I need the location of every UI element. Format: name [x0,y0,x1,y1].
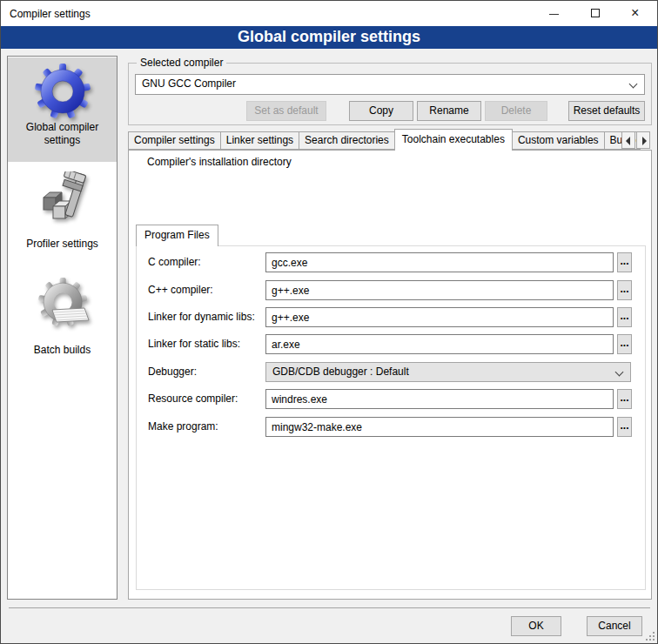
resource-compiler-input[interactable] [265,389,614,409]
tab-custom-variables[interactable]: Custom variables [512,131,605,150]
delete-button[interactable]: Delete [485,101,547,121]
static-linker-row: Linker for static libs: ... [137,334,645,355]
page-title: Global compiler settings [1,26,657,49]
cpp-compiler-label: C++ compiler: [148,284,213,296]
installation-directory-legend: Compiler's installation directory [144,156,295,168]
cpp-compiler-row: C++ compiler: ... [137,280,645,301]
close-icon: × [631,4,639,22]
debugger-select[interactable]: GDB/CDB debugger : Default [265,362,631,382]
close-button[interactable]: × [616,1,657,26]
make-program-browse-button[interactable]: ... [617,417,632,437]
gear-blue-icon [35,64,91,119]
caliper-icon [35,171,91,227]
cancel-button[interactable]: Cancel [587,616,642,636]
ok-button[interactable]: OK [511,616,561,636]
cpp-compiler-input[interactable] [265,280,614,300]
settings-category-list: Global compiler settings [7,56,118,600]
arrow-left-icon [626,137,630,145]
debugger-select-value: GDB/CDB debugger : Default [272,366,409,378]
dynamic-linker-label: Linker for dynamic libs: [148,311,255,323]
footer-divider [9,607,650,608]
c-compiler-input[interactable] [265,252,614,272]
titlebar: Compiler settings × [1,1,657,26]
tab-program-files[interactable]: Program Files [136,225,218,246]
minimize-icon [549,14,559,15]
tab-compiler-settings[interactable]: Compiler settings [128,131,221,150]
dynamic-linker-input[interactable] [265,307,614,327]
resource-compiler-row: Resource compiler: ... [137,389,645,410]
window-title: Compiler settings [10,8,91,20]
make-program-row: Make program: ... [137,417,645,438]
compiler-select-value: GNU GCC Compiler [142,77,236,90]
debugger-label: Debugger: [148,366,197,378]
tab-search-directories[interactable]: Search directories [299,131,395,150]
resource-compiler-browse-button[interactable]: ... [617,389,632,409]
dynamic-linker-row: Linker for dynamic libs: ... [137,307,645,328]
set-as-default-button[interactable]: Set as default [246,101,326,121]
static-linker-label: Linker for static libs: [148,338,240,350]
program-files-panel: C compiler: ... C++ compiler: ... Linker… [136,245,646,590]
compiler-select[interactable]: GNU GCC Compiler [135,74,645,95]
tab-scroll-right-button[interactable] [636,131,650,149]
c-compiler-row: C compiler: ... [137,252,645,273]
make-program-input[interactable] [265,417,614,437]
tab-toolchain-executables[interactable]: Toolchain executables [394,129,513,151]
chevron-down-icon [629,80,638,89]
make-program-label: Make program: [148,420,218,433]
static-linker-input[interactable] [265,334,614,354]
compiler-settings-window: Compiler settings × Global compiler sett… [0,0,658,644]
minimize-button[interactable] [534,1,574,26]
debugger-row: Debugger: GDB/CDB debugger : Default [137,362,645,383]
maximize-icon [591,9,600,17]
copy-button[interactable]: Copy [349,101,413,121]
static-linker-browse-button[interactable]: ... [617,334,632,354]
c-compiler-label: C compiler: [148,256,201,268]
arrow-right-icon [642,137,647,145]
selected-compiler-legend: Selected compiler [137,57,226,69]
reset-defaults-button[interactable]: Reset defaults [568,101,645,121]
rename-button[interactable]: Rename [417,101,481,121]
chevron-down-icon [615,368,624,377]
resize-grip-icon[interactable] [645,631,655,641]
sidebar-item-global-compiler-settings[interactable]: Global compiler settings [8,57,117,162]
sidebar-item-label: Profiler settings [8,238,117,251]
tab-linker-settings[interactable]: Linker settings [220,131,299,150]
maximize-button[interactable] [575,1,616,26]
sidebar-item-label: Batch builds [8,344,117,357]
sidebar-item-label: Global compiler settings [8,121,117,147]
dynamic-linker-browse-button[interactable]: ... [617,307,632,327]
resource-compiler-label: Resource compiler: [148,392,238,405]
sidebar-item-profiler-settings[interactable]: Profiler settings [8,168,117,271]
gear-stack-icon [35,278,91,333]
cpp-compiler-browse-button[interactable]: ... [617,280,632,300]
main-tabstrip: Compiler settings Linker settings Search… [128,129,652,150]
sidebar-item-batch-builds[interactable]: Batch builds [8,274,117,405]
c-compiler-browse-button[interactable]: ... [617,252,632,272]
tab-scroll-left-button[interactable] [621,131,635,149]
